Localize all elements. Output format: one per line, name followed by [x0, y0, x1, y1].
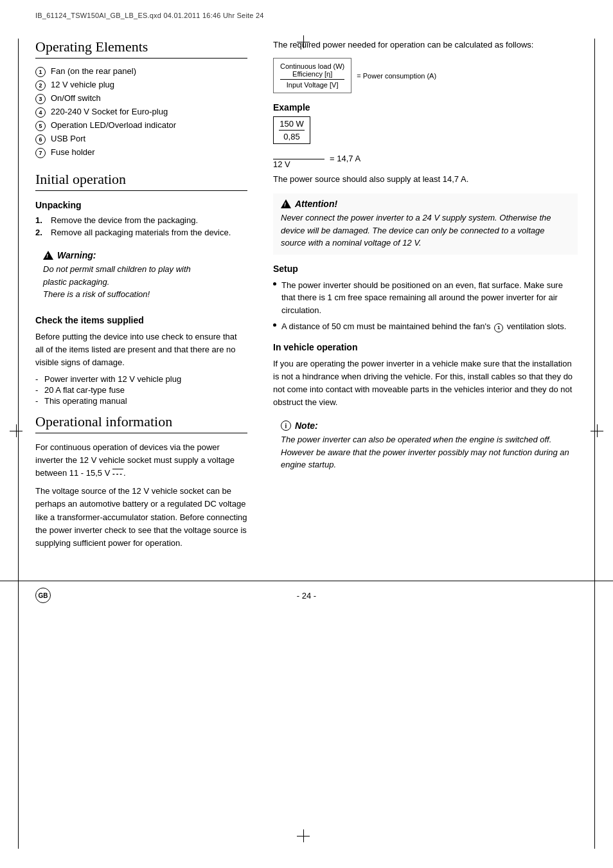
gb-badge: GB: [35, 588, 51, 603]
item-num-1: 1: [35, 67, 46, 77]
crosshair-top: [297, 35, 310, 48]
item-text-5: Operation LED/Overload indicator: [51, 120, 176, 130]
fan-circle-num: 1: [494, 323, 503, 332]
example-numerator: 150 W: [279, 119, 305, 131]
border-right: [594, 39, 595, 849]
item-text-6: USB Port: [51, 134, 85, 143]
formula-section: Continuous load (W) Efficiency [η] Input…: [273, 58, 578, 93]
example-note: The power source should also supply at l…: [273, 173, 578, 186]
list-item: 4 220-240 V Socket for Euro-plug: [35, 107, 247, 118]
operating-list: 1 Fan (on the rear panel) 2 12 V vehicle…: [35, 66, 247, 158]
example-divisor: 12 V: [273, 159, 324, 169]
step-num-1: 1.: [35, 215, 47, 225]
unpacking-title: Unpacking: [35, 200, 247, 210]
item-text-4: 220-240 V Socket for Euro-plug: [51, 107, 168, 116]
example-fraction-box: 150 W 0,85: [273, 116, 310, 144]
example-result: = 14,7 A: [330, 154, 360, 163]
setup-item-2: A distance of 50 cm must be maintained b…: [273, 320, 578, 333]
example-calc: 150 W 0,85: [273, 116, 578, 144]
setup-text-2: A distance of 50 cm must be maintained b…: [281, 320, 566, 333]
note-box: i Note: The power inverter can also be o…: [273, 415, 578, 476]
list-item: 2 12 V vehicle plug: [35, 80, 247, 91]
attention-triangle-icon: [281, 199, 291, 208]
attention-text: Never connect the power inverter to a 24…: [281, 212, 570, 249]
unpacking-steps: 1. Remove the device from the packaging.…: [35, 215, 247, 237]
check-items-description: Before putting the device into use check…: [35, 330, 247, 369]
crosshair-bottom: [297, 829, 310, 842]
file-info: IB_61124_TSW150AI_GB_LB_ES.qxd 04.01.201…: [35, 12, 264, 19]
check-item-text-3: This operating manual: [44, 396, 127, 406]
warning-label: Warning:: [57, 250, 96, 260]
formula-box: Continuous load (W) Efficiency [η] Input…: [273, 58, 351, 93]
warning-line-3: There is a risk of suffocation!: [43, 289, 150, 299]
step-item: 1. Remove the device from the packaging.: [35, 215, 247, 225]
item-num-2: 2: [35, 80, 46, 91]
bullet-icon: [273, 282, 276, 285]
note-label: Note:: [295, 420, 318, 431]
item-num-7: 7: [35, 148, 46, 158]
item-text-2: 12 V vehicle plug: [51, 80, 114, 89]
example-divisor-space: [273, 148, 324, 159]
check-item: This operating manual: [35, 396, 247, 406]
check-items-title: Check the items supplied: [35, 315, 247, 325]
crosshair-left: [10, 424, 22, 437]
operational-paragraph-2: The voltage source of the 12 V vehicle s…: [35, 485, 247, 550]
example-section: Example 150 W 0,85 12 V = 14,7 A The pow…: [273, 102, 578, 186]
operational-text-1: For continuous operation of devices via …: [35, 442, 235, 478]
border-left: [18, 39, 19, 849]
info-icon: i: [281, 420, 291, 431]
item-text-3: On/Off switch: [51, 93, 101, 103]
list-item: 3 On/Off switch: [35, 93, 247, 104]
footer: GB - 24 -: [0, 581, 613, 610]
warning-line-1: Do not permit small children to play wit…: [43, 264, 191, 274]
list-item: 1 Fan (on the rear panel): [35, 66, 247, 77]
step-text-2: Remove all packaging materials from the …: [51, 228, 231, 237]
initial-operation-title: Initial operation: [35, 171, 247, 191]
example-division: 12 V: [273, 148, 324, 169]
setup-title: Setup: [273, 264, 578, 274]
example-title: Example: [273, 102, 578, 113]
right-column: The required power needed for operation …: [267, 39, 578, 555]
crosshair-right: [591, 424, 603, 437]
page-number: - 24 -: [297, 591, 316, 601]
check-item-text-1: Power inverter with 12 V vehicle plug: [44, 374, 181, 384]
item-num-3: 3: [35, 94, 46, 104]
initial-operation-section: Initial operation Unpacking 1. Remove th…: [35, 171, 247, 406]
formula-fraction: Continuous load (W) Efficiency [η] Input…: [280, 62, 344, 89]
setup-list: The power inverter should be positioned …: [273, 279, 578, 333]
check-item: Power inverter with 12 V vehicle plug: [35, 374, 247, 384]
note-text: The power inverter can also be operated …: [281, 433, 570, 471]
operating-elements-title: Operating Elements: [35, 39, 247, 59]
warning-triangle-icon: [43, 251, 53, 260]
header-bar: IB_61124_TSW150AI_GB_LB_ES.qxd 04.01.201…: [0, 0, 613, 26]
example-division-row: 12 V = 14,7 A: [273, 148, 578, 169]
operational-paragraph-1: For continuous operation of devices via …: [35, 441, 247, 480]
left-column: Operating Elements 1 Fan (on the rear pa…: [35, 39, 267, 555]
setup-section: Setup The power inverter should be posit…: [273, 264, 578, 333]
dc-symbol: ---: [112, 469, 123, 477]
item-text-7: Fuse holder: [51, 147, 95, 157]
attention-box: Attention! Never connect the power inver…: [273, 194, 578, 255]
warning-title: Warning:: [43, 250, 240, 260]
list-item: 7 Fuse holder: [35, 147, 247, 158]
check-item-text-2: 20 A flat car-type fuse: [44, 385, 125, 395]
attention-label: Attention!: [295, 199, 337, 209]
in-vehicle-text: If you are operating the power inverter …: [273, 357, 578, 410]
operational-information-section: Operational information For continuous o…: [35, 413, 247, 550]
operational-information-title: Operational information: [35, 413, 247, 433]
check-item: 20 A flat car-type fuse: [35, 385, 247, 395]
step-text-1: Remove the device from the packaging.: [51, 215, 198, 225]
item-num-4: 4: [35, 107, 46, 118]
main-content: Operating Elements 1 Fan (on the rear pa…: [0, 26, 613, 568]
formula-num-top: Continuous load (W): [280, 62, 344, 70]
bullet-icon: [273, 323, 276, 327]
formula-result-label: = Power consumption (A): [357, 72, 436, 80]
formula-num-bottom: Efficiency [η]: [292, 70, 332, 78]
setup-item-1: The power inverter should be positioned …: [273, 279, 578, 317]
formula-fraction-inner: Continuous load (W) Efficiency [η]: [280, 62, 344, 80]
operating-elements-section: Operating Elements 1 Fan (on the rear pa…: [35, 39, 247, 158]
list-item: 6 USB Port: [35, 134, 247, 145]
note-title: i Note:: [281, 420, 570, 431]
in-vehicle-section: In vehicle operation If you are operatin…: [273, 342, 578, 410]
warning-line-2: plastic packaging.: [43, 277, 109, 287]
